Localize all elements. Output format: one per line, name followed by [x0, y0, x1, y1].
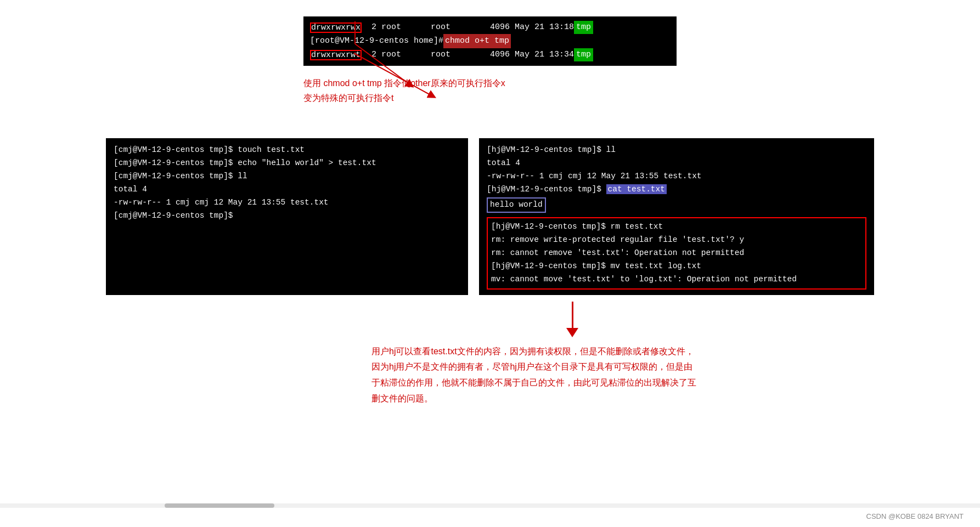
chmod-cmd: chmod o+t tmp — [443, 34, 511, 48]
prompt-2: [root@VM-12-9-centos home]# — [310, 35, 443, 48]
tmp-label-1: tmp — [574, 21, 593, 34]
annotation-bottom-line1: 用户hj可以查看test.txt文件的内容，因为拥有读权限，但是不能删除或者修改… — [371, 344, 696, 360]
cat-cmd: cat test.txt — [606, 184, 667, 194]
line1-rest: 2 root root 4096 May 21 13:18 — [362, 21, 574, 34]
terminal-top: drwxrwxrwx 2 root root 4096 May 21 13:18… — [303, 16, 677, 66]
rm-block: [hj@VM-12-9-centos tmp]$ rm test.txt rm:… — [487, 217, 866, 290]
tmp-label-3: tmp — [574, 48, 593, 61]
perm-3: drwxrwxrwt — [310, 50, 362, 60]
scrollbar-area[interactable] — [0, 503, 980, 508]
tl-line2: [cmj@VM-12-9-centos tmp]$ echo "hello wo… — [114, 157, 460, 170]
tl-line6: [cmj@VM-12-9-centos tmp]$ — [114, 209, 460, 223]
footer: CSDN @KOBE 0824 BRYANT — [866, 512, 964, 520]
terminal-right: [hj@VM-12-9-centos tmp]$ ll total 4 -rw-… — [479, 138, 874, 294]
page-container: drwxrwxrwx 2 root root 4096 May 21 13:18… — [0, 0, 980, 527]
terminal-left: [cmj@VM-12-9-centos tmp]$ touch test.txt… — [106, 138, 468, 294]
annotation-top-line1: 使用 chmod o+t tmp 指令使other原来的可执行指令x — [303, 76, 677, 90]
line3-rest: 2 root root 4096 May 21 13:34 — [362, 48, 574, 61]
arrow-down-line — [572, 302, 573, 328]
tl-line4: total 4 — [114, 183, 460, 196]
top-section: drwxrwxrwx 2 root root 4096 May 21 13:18… — [0, 16, 980, 105]
annotation-bottom: 用户hj可以查看test.txt文件的内容，因为拥有读权限，但是不能删除或者修改… — [361, 344, 707, 407]
rm-line2: rm: remove write-protected regular file … — [491, 234, 862, 247]
tr-line4: [hj@VM-12-9-centos tmp]$ cat test.txt — [487, 183, 866, 196]
annotation-top-line2: 变为特殊的可执行指令t — [303, 90, 677, 105]
rm-line1: [hj@VM-12-9-centos tmp]$ rm test.txt — [491, 220, 862, 234]
annotation-top: 使用 chmod o+t tmp 指令使other原来的可执行指令x 变为特殊的… — [303, 76, 677, 105]
annotation-bottom-line3: 于粘滞位的作用，他就不能删除不属于自己的文件，由此可见粘滞位的出现解决了互 — [371, 375, 696, 391]
tr-line3: -rw-rw-r-- 1 cmj cmj 12 May 21 13:55 tes… — [487, 170, 866, 183]
terminals-row: [cmj@VM-12-9-centos tmp]$ touch test.txt… — [0, 138, 980, 294]
terminal-line-1: drwxrwxrwx 2 root root 4096 May 21 13:18… — [310, 21, 670, 34]
tl-line1: [cmj@VM-12-9-centos tmp]$ touch test.txt — [114, 144, 460, 157]
scrollbar-thumb[interactable] — [165, 503, 274, 508]
footer-text: CSDN @KOBE 0824 BRYANT — [866, 512, 964, 520]
perm-1: drwxrwxrwx — [310, 22, 362, 33]
rm-line3: rm: cannot remove 'test.txt': Operation … — [491, 247, 862, 260]
tl-line5: -rw-rw-r-- 1 cmj cmj 12 May 21 13:55 tes… — [114, 196, 460, 209]
rm-line4: [hj@VM-12-9-centos tmp]$ mv test.txt log… — [491, 260, 862, 273]
tr-hello-world: hello world — [487, 197, 546, 213]
arrow-down-head — [566, 328, 578, 337]
terminal-line-2: [root@VM-12-9-centos home]# chmod o+t tm… — [310, 34, 670, 48]
tr-line1: [hj@VM-12-9-centos tmp]$ ll — [487, 144, 866, 157]
tr-line2: total 4 — [487, 157, 866, 170]
annotation-bottom-line2: 因为hj用户不是文件的拥有者，尽管hj用户在这个目录下是具有可写权限的，但是由 — [371, 359, 696, 375]
tl-line3: [cmj@VM-12-9-centos tmp]$ ll — [114, 170, 460, 183]
top-terminal-wrapper: drwxrwxrwx 2 root root 4096 May 21 13:18… — [303, 16, 677, 66]
bottom-section: [cmj@VM-12-9-centos tmp]$ touch test.txt… — [0, 138, 980, 406]
arrow-down-container — [566, 302, 578, 337]
annotation-bottom-line4: 删文件的问题。 — [371, 391, 696, 407]
rm-line5: mv: cannot move 'test.txt' to 'log.txt':… — [491, 273, 862, 286]
terminal-line-3: drwxrwxrwt 2 root root 4096 May 21 13:34… — [310, 48, 670, 61]
tr-prompt4: [hj@VM-12-9-centos tmp]$ — [487, 185, 606, 194]
